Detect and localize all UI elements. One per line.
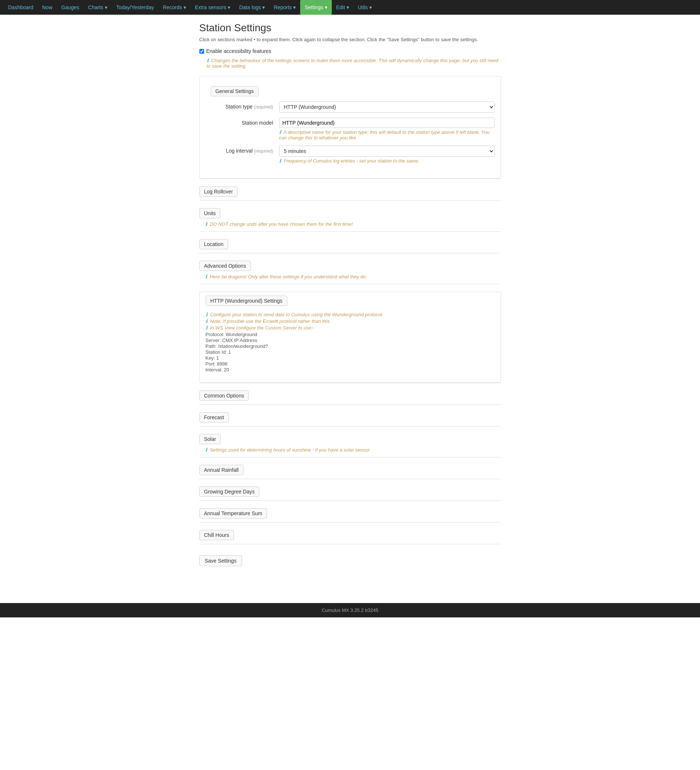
nav-today-yesterday[interactable]: Today/Yesterday — [112, 0, 159, 15]
annual-rainfall-header[interactable]: Annual Rainfall — [199, 465, 243, 475]
advanced-options-section: Advanced Options ℹ Here be dragons! Only… — [199, 261, 501, 284]
advanced-options-note: ℹ Here be dragons! Only alter these sett… — [199, 271, 501, 284]
accessibility-row: Enable accessibility features — [199, 48, 501, 54]
http-info-3: ℹ In WS View configure the Custom Server… — [206, 325, 495, 331]
nav-reports[interactable]: Reports ▾ — [269, 0, 300, 15]
chill-hours-header[interactable]: Chill Hours — [199, 530, 234, 540]
info-icon-http1: ℹ — [206, 312, 207, 317]
growing-degree-days-section: Growing Degree Days — [199, 487, 501, 501]
accessibility-note: ℹ Changes the behaviour of the settings … — [199, 58, 501, 69]
nav-now[interactable]: Now — [38, 0, 57, 15]
http-info-details: Protocol: WundergroundServer: CMX IP Add… — [206, 332, 495, 372]
location-section: Location — [199, 239, 501, 253]
units-section: Units ℹ DO NOT change units after you ha… — [199, 208, 501, 232]
http-settings-content: HTTP (Wunderground) Settings ℹ Configure… — [200, 292, 501, 379]
solar-note: ℹ Settings used for determining hours of… — [199, 444, 501, 457]
solar-header[interactable]: Solar — [199, 434, 221, 444]
annual-temperature-sum-section: Annual Temperature Sum — [199, 508, 501, 522]
annual-temperature-sum-header[interactable]: Annual Temperature Sum — [199, 508, 267, 518]
accessibility-label[interactable]: Enable accessibility features — [206, 48, 271, 54]
page-footer: Cumulus MX 3.25.2 b3245 — [0, 603, 700, 617]
general-settings-header[interactable]: General Settings — [211, 86, 259, 96]
advanced-options-header[interactable]: Advanced Options — [199, 261, 251, 271]
info-icon-station-model: ℹ — [279, 129, 281, 135]
http-detail-line: Key: 1 — [206, 355, 495, 361]
http-info-1: ℹ Configure your station to send data to… — [206, 312, 495, 317]
general-settings-form: General Settings Station type (required)… — [200, 76, 501, 175]
station-model-label: Station model — [206, 118, 279, 126]
http-detail-line: Station Id: 1 — [206, 349, 495, 355]
station-model-control: ℹ A descriptive name for your station ty… — [279, 118, 495, 141]
nav-settings[interactable]: Settings ▾ — [300, 0, 331, 15]
nav-data-logs[interactable]: Data logs ▾ — [235, 0, 269, 15]
accessibility-checkbox[interactable] — [199, 49, 204, 54]
station-type-row: Station type (required) HTTP (Wundergrou… — [206, 102, 495, 113]
log-interval-row: Log interval (required) 5 minutes ℹ Freq… — [206, 146, 495, 163]
station-type-control: HTTP (Wunderground) — [279, 102, 495, 113]
info-icon-accessibility: ℹ — [207, 58, 209, 63]
common-options-section: Common Options — [199, 390, 501, 405]
chill-hours-section: Chill Hours — [199, 530, 501, 544]
nav-records[interactable]: Records ▾ — [159, 0, 191, 15]
general-settings-section: General Settings Station type (required)… — [199, 76, 501, 179]
nav-extra-sensors[interactable]: Extra sensors ▾ — [191, 0, 235, 15]
annual-rainfall-section: Annual Rainfall — [199, 465, 501, 479]
info-icon-log-interval: ℹ — [279, 158, 281, 163]
growing-degree-days-header[interactable]: Growing Degree Days — [199, 487, 260, 497]
info-icon-units: ℹ — [205, 222, 207, 227]
nav-dashboard[interactable]: Dashboard — [4, 0, 38, 15]
solar-section: Solar ℹ Settings used for determining ho… — [199, 434, 501, 458]
forecast-section: Forecast — [199, 412, 501, 427]
common-options-header[interactable]: Common Options — [199, 390, 249, 401]
station-model-input[interactable] — [279, 118, 495, 128]
http-info-2: ℹ Note: If possible use the Ecowitt prot… — [206, 319, 495, 324]
info-icon-advanced: ℹ — [205, 274, 207, 280]
log-interval-label: Log interval (required) — [206, 146, 279, 154]
http-detail-line: Port: 8998 — [206, 361, 495, 367]
http-detail-line: Server: CMX IP Address — [206, 338, 495, 343]
info-icon-http3: ℹ — [206, 325, 207, 331]
nav-gauges[interactable]: Gauges — [57, 0, 84, 15]
station-type-select[interactable]: HTTP (Wunderground) — [279, 102, 495, 113]
location-header[interactable]: Location — [199, 239, 228, 249]
main-nav: Dashboard Now Gauges Charts ▾ Today/Yest… — [0, 0, 700, 15]
log-interval-control: 5 minutes ℹ Frequency of Cumulus log ent… — [279, 146, 495, 163]
station-model-row: Station model ℹ A descriptive name for y… — [206, 118, 495, 141]
units-header[interactable]: Units — [199, 208, 221, 218]
page-container: Station Settings Click on sections marke… — [192, 15, 508, 588]
http-detail-line: Path: /station/wunderground? — [206, 343, 495, 349]
footer-text: Cumulus MX 3.25.2 b3245 — [322, 607, 379, 613]
forecast-header[interactable]: Forecast — [199, 412, 229, 422]
station-model-note: ℹ A descriptive name for your station ty… — [279, 129, 495, 141]
http-settings-section: HTTP (Wunderground) Settings ℹ Configure… — [199, 291, 501, 383]
nav-utils[interactable]: Utils ▾ — [353, 0, 376, 15]
log-interval-select[interactable]: 5 minutes — [279, 146, 495, 157]
http-detail-line: Interval: 20 — [206, 367, 495, 372]
save-settings-button[interactable]: Save Settings — [199, 555, 242, 566]
station-type-label: Station type (required) — [206, 102, 279, 110]
info-icon-solar: ℹ — [205, 447, 207, 453]
page-subtitle: Click on sections marked • to expand the… — [199, 37, 501, 42]
http-settings-header[interactable]: HTTP (Wunderground) Settings — [206, 296, 287, 306]
nav-edit[interactable]: Edit ▾ — [332, 0, 353, 15]
http-detail-line: Protocol: Wunderground — [206, 332, 495, 337]
log-interval-note: ℹ Frequency of Cumulus log entries - set… — [279, 158, 495, 163]
nav-charts[interactable]: Charts ▾ — [84, 0, 112, 15]
info-icon-http2: ℹ — [206, 319, 207, 324]
log-rollover-header[interactable]: Log Rollover — [199, 186, 238, 197]
log-rollover-section: Log Rollover — [199, 186, 501, 201]
units-note: ℹ DO NOT change units after you have cho… — [199, 218, 501, 231]
page-title: Station Settings — [199, 22, 501, 34]
